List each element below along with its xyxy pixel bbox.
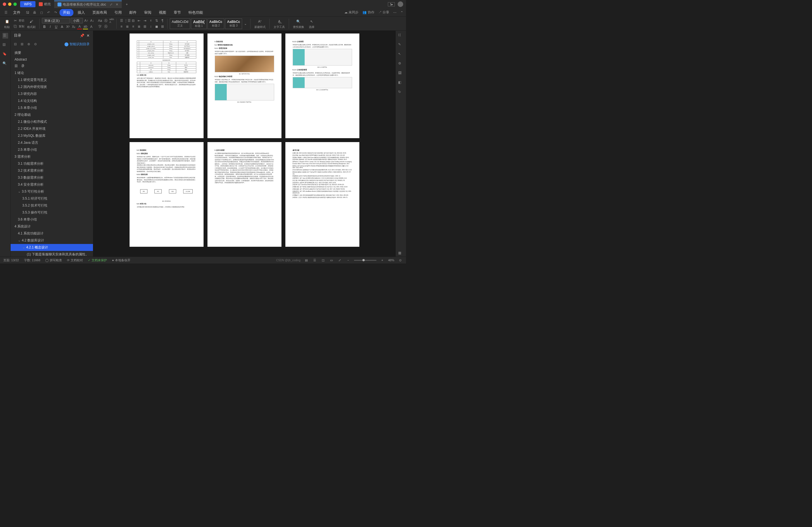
redo-icon[interactable]: ↷	[53, 10, 59, 16]
toc-item[interactable]: 3.1 功能需求分析	[11, 160, 93, 167]
share-button[interactable]: ↗ 分享	[378, 10, 389, 15]
fit-icon[interactable]: ⊙	[397, 258, 403, 263]
smart-toc-button[interactable]: 智能识别目录	[64, 42, 90, 47]
bullets-icon[interactable]: ☰	[119, 18, 124, 23]
layers-icon[interactable]: ◧	[398, 80, 404, 86]
view-page-icon[interactable]: ▤	[304, 258, 309, 263]
zoom-slider[interactable]	[354, 260, 376, 261]
toc-item[interactable]: 摘要	[11, 49, 93, 56]
bold-icon[interactable]: B	[42, 24, 47, 29]
toc-item[interactable]: 目 录	[11, 62, 93, 70]
case-icon[interactable]: Aa	[98, 18, 102, 23]
print-icon[interactable]: 🖶	[31, 10, 38, 16]
sync-status[interactable]: ☁ 未同步	[344, 10, 359, 15]
toc-item[interactable]: 1.4 论文结构	[11, 98, 93, 104]
toc-item[interactable]: 2.5 本章小结	[11, 146, 93, 153]
toc-item[interactable]: 1 绪论	[11, 70, 93, 76]
tab-daoke[interactable]: 稻壳	[35, 1, 54, 8]
zoom-level[interactable]: 48%	[388, 259, 394, 262]
shrink-font-icon[interactable]: A↓	[90, 18, 95, 23]
menu-start[interactable]: 开始	[59, 9, 73, 16]
menu-reference[interactable]: 引用	[111, 9, 125, 16]
align-right-icon[interactable]: ≡	[131, 24, 136, 29]
fullscreen-icon[interactable]: ⤢	[337, 258, 342, 263]
view-web-icon[interactable]: ◫	[321, 258, 325, 263]
select-button[interactable]: ↖选择	[307, 18, 316, 29]
undo-icon[interactable]: ↶	[45, 10, 52, 16]
menu-file[interactable]: 文件	[10, 9, 24, 16]
toc-item[interactable]: 2.1 微信小程序模式	[11, 118, 93, 125]
new-style-button[interactable]: Aᐩ新建样式	[253, 18, 267, 29]
outline-panel-icon[interactable]: ☰	[2, 33, 8, 39]
font-name-select[interactable]: 宋体 (正文)	[42, 18, 70, 24]
show-marks-icon[interactable]: ¶	[160, 18, 165, 23]
toc-item[interactable]: 4.2 数据库设计	[11, 237, 93, 244]
subscript-icon[interactable]: X₂	[71, 24, 76, 29]
superscript-icon[interactable]: X²	[66, 24, 70, 29]
wps-home-button[interactable]: WPS	[20, 1, 35, 7]
clear-format-icon[interactable]: Ⓐ	[103, 18, 108, 23]
pen-icon[interactable]: ✎	[398, 42, 404, 48]
toc-item[interactable]: 4.1 系统功能设计	[11, 230, 93, 237]
bookmark-panel-icon[interactable]: 🔖	[2, 52, 8, 58]
styles-more-icon[interactable]: ⌄	[243, 21, 248, 26]
char-shading-icon[interactable]: 字	[98, 24, 102, 29]
preview-icon[interactable]: ◻	[39, 10, 45, 16]
toc-item[interactable]: 2 理论基础	[11, 112, 93, 118]
toc-item[interactable]: 2.2 IDEA 开发环境	[11, 125, 93, 132]
text-direction-icon[interactable]: ☓	[148, 18, 153, 23]
menu-special[interactable]: 特色功能	[185, 9, 206, 16]
status-page[interactable]: 页面: 13/22	[3, 258, 19, 262]
status-protect[interactable]: ✓ 文档未保护	[88, 258, 107, 262]
shading-icon[interactable]: ◼	[154, 24, 159, 29]
adjust-icon[interactable]: ⚙	[398, 61, 404, 67]
status-doc-check[interactable]: ⟳ 文档校对	[67, 258, 83, 262]
outline-remove-icon[interactable]: ⊖	[34, 42, 39, 47]
toc-item[interactable]: 2.3 MySQL 数据库	[11, 132, 93, 139]
document-canvas[interactable]: IdIntidyonghu_nameString用户名称yonghu_phone…	[93, 31, 395, 257]
italic-icon[interactable]: I	[48, 24, 53, 29]
more-icon[interactable]: ⋯	[393, 11, 396, 15]
toc-item[interactable]: 3.4 安全需求分析	[11, 181, 93, 188]
increase-indent-icon[interactable]: ⇥	[142, 18, 147, 23]
menu-layout[interactable]: 页面布局	[89, 9, 110, 16]
collapse-ribbon-icon[interactable]: ⌃	[401, 11, 403, 15]
outline-collapse-icon[interactable]: ⊟	[14, 42, 18, 47]
borders-icon[interactable]: ⊞	[160, 24, 165, 29]
menu-mail[interactable]: 邮件	[126, 9, 140, 16]
outline-add-icon[interactable]: ⊕	[27, 42, 32, 47]
toc-item[interactable]: 3.5.1 经济可行性	[11, 195, 93, 202]
find-replace-button[interactable]: 🔍查找替换	[291, 18, 306, 29]
toc-item[interactable]: 1.1 研究背景与意义	[11, 76, 93, 84]
style-heading2[interactable]: AaBbCc标题 2	[207, 18, 224, 29]
view-read-icon[interactable]: ▭	[329, 258, 334, 263]
window-layout-icon[interactable]: 1▸	[388, 2, 395, 6]
pages-panel-icon[interactable]: ▤	[2, 42, 8, 48]
enclose-char-icon[interactable]: Ⓐ	[103, 24, 108, 29]
toc-item[interactable]: 3.6 本章小结	[11, 216, 93, 223]
collab-button[interactable]: 👥 协作	[362, 10, 374, 15]
font-size-select[interactable]: 小四	[71, 18, 83, 24]
status-words[interactable]: 字数: 11668	[24, 258, 41, 262]
menu-review[interactable]: 审阅	[141, 9, 155, 16]
close-tab-icon[interactable]: ✕	[116, 2, 118, 6]
underline-icon[interactable]: U	[54, 24, 59, 29]
style-normal[interactable]: AaBbCcDd正文	[170, 18, 190, 29]
tab-document[interactable]: 电器维修系统小程序论文.doc⤢✕	[54, 1, 122, 8]
toc-item[interactable]: 3.2 技术需求分析	[11, 167, 93, 174]
status-spellcheck[interactable]: ◯ 拼写检查	[45, 258, 62, 262]
toc-item[interactable]: (1) 下图是客服聊天实体和其具备的属性。	[11, 251, 93, 257]
sort-icon[interactable]: ⇅	[154, 18, 159, 23]
zoom-out-icon[interactable]: −	[346, 258, 351, 263]
text-tool-button[interactable]: A͟文字工具	[272, 18, 287, 29]
history-icon[interactable]: ↻	[398, 90, 404, 96]
toc-item[interactable]: 3.5 可行性分析	[11, 188, 93, 195]
toc-item[interactable]: 3 需求分析	[11, 153, 93, 160]
grow-font-icon[interactable]: A↑	[84, 18, 89, 23]
new-tab-button[interactable]: ＋	[122, 1, 132, 8]
minimize-icon[interactable]	[8, 2, 12, 6]
phonetic-icon[interactable]: wěnA	[109, 18, 114, 23]
zoom-in-icon[interactable]: +	[380, 258, 385, 263]
outline-pin-icon[interactable]: 📌	[80, 33, 84, 38]
align-justify-icon[interactable]: ≣	[136, 24, 142, 29]
